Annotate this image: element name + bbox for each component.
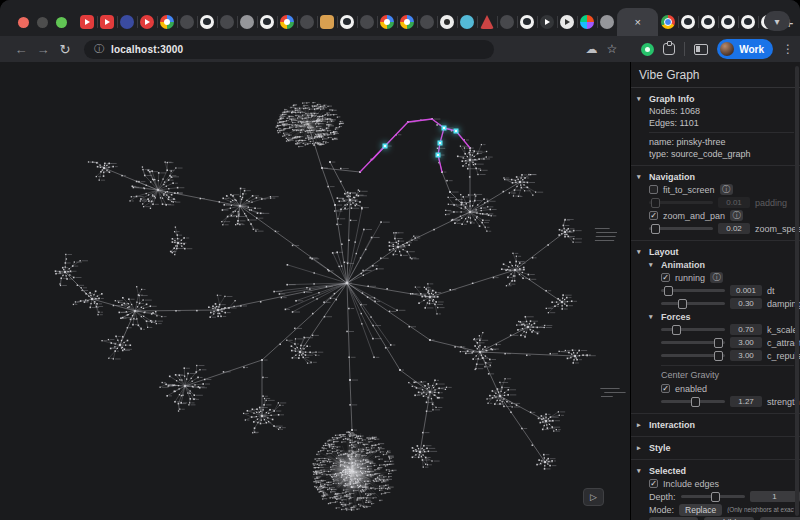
globe-favicon (220, 15, 234, 29)
running-checkbox[interactable]: ✓ (661, 273, 670, 282)
reload-button[interactable]: ↻ (54, 42, 76, 57)
pinned-tab-github[interactable] (517, 12, 537, 32)
section-layout: ▾ Layout ▾ Animation ✓ running ⓘ (631, 241, 800, 414)
strength-slider[interactable] (661, 397, 725, 407)
active-tab-localhost[interactable]: × (617, 8, 658, 36)
pinned-tab-github[interactable] (257, 12, 277, 32)
pinned-tab-github[interactable] (678, 12, 698, 32)
download-icon[interactable]: ☁ (585, 43, 597, 55)
graph-canvas-area[interactable]: ▷ (0, 62, 630, 520)
extensions-menu-icon[interactable] (663, 43, 675, 55)
pinned-tab-github[interactable] (197, 12, 217, 32)
pinned-tab-figma[interactable] (577, 12, 597, 32)
depth-value[interactable]: 1 (750, 491, 800, 502)
padding-value[interactable]: 0.01 (718, 197, 750, 208)
back-button[interactable]: ← (10, 42, 32, 57)
avatar (720, 42, 734, 56)
pinned-tab-youtube[interactable] (97, 12, 117, 32)
pinned-tab-ring-site[interactable] (437, 12, 457, 32)
force-graph-canvas[interactable] (0, 62, 630, 520)
c-repulse-slider[interactable] (661, 351, 725, 361)
youtube-music-favicon (140, 15, 154, 29)
section-header-interaction[interactable]: ▸ Interaction (637, 418, 794, 431)
pinned-tab-globe[interactable] (177, 12, 197, 32)
strength-value[interactable]: 1.27 (730, 396, 762, 407)
pinned-tab-globe[interactable] (357, 12, 377, 32)
play-button[interactable]: ▷ (583, 488, 604, 506)
fit-to-screen-checkbox[interactable] (649, 185, 658, 194)
pinned-tab-runner[interactable] (557, 12, 577, 32)
running-label: running (675, 273, 705, 283)
depth-slider[interactable] (681, 492, 745, 502)
close-window-button[interactable] (18, 17, 29, 28)
pinned-tab-youtube-music[interactable] (137, 12, 157, 32)
address-bar[interactable]: ⓘ localhost:3000 (84, 40, 494, 59)
zoom-speed-value[interactable]: 0.02 (718, 223, 750, 234)
pinned-tab-docs[interactable] (317, 12, 337, 32)
include-edges-checkbox[interactable]: ✓ (649, 479, 658, 488)
info-icon[interactable]: ⓘ (730, 210, 743, 221)
gravity-enabled-checkbox[interactable]: ✓ (661, 384, 670, 393)
pinned-tab-globe[interactable] (417, 12, 437, 32)
damping-value[interactable]: 0.30 (730, 298, 762, 309)
pinned-tab-video[interactable] (537, 12, 557, 32)
menu-kebab-icon[interactable]: ⋮ (782, 43, 794, 55)
tab-search-button[interactable]: ▾ (764, 11, 790, 31)
forward-button[interactable]: → (32, 42, 54, 57)
pinned-tab-flower-site[interactable] (457, 12, 477, 32)
profile-button[interactable]: Work (717, 39, 773, 59)
pinned-tab-google[interactable] (397, 12, 417, 32)
section-header-navigation[interactable]: ▾ Navigation (637, 170, 794, 183)
subsection-header-forces[interactable]: ▾ Forces (649, 310, 794, 323)
padding-slider[interactable] (649, 198, 713, 208)
pinned-tab-chrome[interactable] (658, 12, 678, 32)
globe-favicon (420, 15, 434, 29)
zoom-and-pan-checkbox[interactable]: ✓ (649, 211, 658, 220)
minimize-window-button[interactable] (37, 17, 48, 28)
close-tab-icon[interactable]: × (634, 16, 640, 28)
subsection-header-animation[interactable]: ▾ Animation (649, 258, 794, 271)
section-header-selected[interactable]: ▾ Selected (637, 464, 794, 477)
pinned-tab-youtube[interactable] (77, 12, 97, 32)
pinned-tab-globe[interactable] (497, 12, 517, 32)
info-icon[interactable]: ⓘ (720, 184, 733, 195)
info-icon[interactable]: ⓘ (710, 272, 723, 283)
pinned-tab-site[interactable] (597, 12, 617, 32)
pinned-tab-globe[interactable] (217, 12, 237, 32)
k-scale-slider[interactable] (661, 325, 725, 335)
pinned-tab-github[interactable] (738, 12, 758, 32)
pinned-tab-github[interactable] (718, 12, 738, 32)
dt-slider[interactable] (661, 286, 725, 296)
mode-replace-button[interactable]: Replace (679, 504, 722, 516)
pinned-tab-github[interactable] (698, 12, 718, 32)
dt-value[interactable]: 0.001 (730, 285, 762, 296)
pinned-tab-google[interactable] (277, 12, 297, 32)
pinned-tab-github[interactable] (337, 12, 357, 32)
extension-icon[interactable] (641, 43, 654, 56)
url-text[interactable]: localhost:3000 (111, 44, 183, 55)
children-button[interactable]: ↓ Children (704, 517, 755, 520)
globe-favicon (500, 15, 514, 29)
damping-slider[interactable] (661, 299, 725, 309)
c-attract-slider[interactable] (661, 338, 725, 348)
bookmark-star-icon[interactable]: ☆ (606, 43, 617, 55)
section-header-graph-info[interactable]: ▾ Graph Info (637, 92, 794, 105)
side-panel-icon[interactable] (694, 44, 708, 55)
pinned-tab-google[interactable] (377, 12, 397, 32)
section-header-layout[interactable]: ▾ Layout (637, 245, 794, 258)
pinned-tab-site[interactable] (237, 12, 257, 32)
parents-button[interactable]: ↑ Parents (649, 517, 698, 520)
pinned-tab-graph-site[interactable] (477, 12, 497, 32)
github-favicon (260, 15, 274, 29)
zoom-window-button[interactable] (56, 17, 67, 28)
zoom-speed-slider[interactable] (649, 224, 713, 234)
k-scale-value[interactable]: 0.70 (730, 324, 762, 335)
pinned-tab-discord[interactable] (117, 12, 137, 32)
pinned-tab-google[interactable] (157, 12, 177, 32)
c-repulse-value[interactable]: 3.00 (730, 350, 762, 361)
section-header-style[interactable]: ▸ Style (637, 441, 794, 454)
reset-button[interactable]: ↺ Reset (760, 517, 800, 520)
site-info-icon[interactable]: ⓘ (94, 42, 104, 56)
pinned-tab-globe[interactable] (297, 12, 317, 32)
c-attract-value[interactable]: 3.00 (730, 337, 762, 348)
